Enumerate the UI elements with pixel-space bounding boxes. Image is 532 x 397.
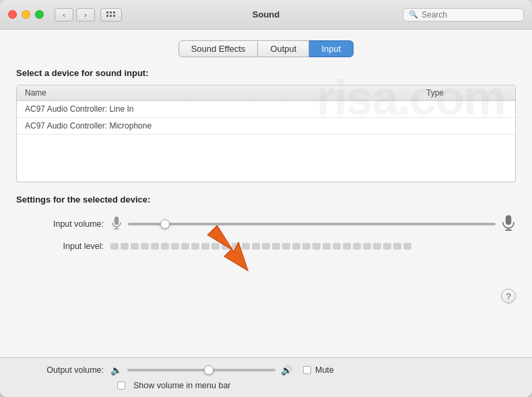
traffic-lights xyxy=(8,10,44,19)
device-name-1: AC97 Audio Controller: Line In xyxy=(25,104,426,114)
level-bar-14 xyxy=(242,243,250,250)
mic-high-icon xyxy=(501,214,516,233)
table-header: Name Type xyxy=(17,85,515,101)
search-bar[interactable]: 🔍 xyxy=(403,8,524,22)
output-volume-track[interactable] xyxy=(127,369,275,371)
tab-sound-effects[interactable]: Sound Effects xyxy=(178,40,259,57)
mute-section: Mute xyxy=(303,365,334,375)
level-bar-1 xyxy=(110,243,119,250)
device-type-2 xyxy=(426,121,507,131)
nav-buttons: ‹ › xyxy=(55,8,95,22)
level-bar-10 xyxy=(201,243,209,250)
device-type-1 xyxy=(426,104,507,114)
mute-checkbox[interactable] xyxy=(303,366,311,374)
level-bar-13 xyxy=(232,243,240,250)
tab-output[interactable]: Output xyxy=(258,40,309,57)
settings-label: Settings for the selected device: xyxy=(16,194,516,205)
content-area: risa.com Sound Effects Output Input Sele… xyxy=(0,30,532,357)
speaker-low-icon: 🔈 xyxy=(110,365,122,375)
level-bar-28 xyxy=(383,243,391,250)
level-bar-25 xyxy=(353,243,361,250)
level-bar-15 xyxy=(252,243,260,250)
input-level-label: Input level: xyxy=(16,242,104,251)
col-type-header: Type xyxy=(426,88,507,98)
table-row[interactable]: AC97 Audio Controller: Microphone xyxy=(17,118,515,135)
level-bar-27 xyxy=(373,243,381,250)
close-button[interactable] xyxy=(8,10,17,19)
level-bar-8 xyxy=(181,243,189,250)
main-window: ‹ › Sound 🔍 risa.com Sound Effects Outpu… xyxy=(0,0,532,397)
level-bar-12 xyxy=(222,243,230,250)
section-title: Select a device for sound input: xyxy=(16,68,516,78)
back-button[interactable]: ‹ xyxy=(55,8,73,22)
window-title: Sound xyxy=(253,9,279,20)
table-row[interactable]: AC97 Audio Controller: Line In xyxy=(17,101,515,118)
level-bar-20 xyxy=(302,243,310,250)
minimize-button[interactable] xyxy=(22,10,30,19)
level-bar-18 xyxy=(282,243,290,250)
search-input[interactable] xyxy=(422,10,516,20)
output-volume-label: Output volume: xyxy=(16,365,104,375)
input-volume-thumb[interactable] xyxy=(160,219,170,229)
tab-bar: Sound Effects Output Input xyxy=(16,40,516,57)
output-volume-thumb[interactable] xyxy=(204,365,213,375)
bottom-bar: Output volume: 🔈 🔊 Mute Show volume in m… xyxy=(0,357,532,397)
level-bar-24 xyxy=(343,243,351,250)
svg-rect-0 xyxy=(114,217,119,225)
input-volume-label: Input volume: xyxy=(16,219,104,229)
help-button[interactable]: ? xyxy=(501,289,516,303)
maximize-button[interactable] xyxy=(35,10,44,19)
level-bar-5 xyxy=(151,243,159,250)
level-bar-2 xyxy=(121,243,129,250)
forward-button[interactable]: › xyxy=(76,8,95,22)
output-slider-container: 🔈 🔊 Mute xyxy=(110,365,516,375)
speaker-high-icon: 🔊 xyxy=(281,365,292,375)
level-bar-26 xyxy=(363,243,371,250)
grid-button[interactable] xyxy=(100,8,122,22)
search-icon: 🔍 xyxy=(409,10,418,19)
menubar-checkbox[interactable] xyxy=(117,382,125,390)
svg-rect-3 xyxy=(506,215,511,225)
input-volume-row: Input volume: xyxy=(16,214,516,233)
level-bar-30 xyxy=(403,243,411,250)
titlebar: ‹ › Sound 🔍 xyxy=(0,0,532,30)
menubar-row: Show volume in menu bar xyxy=(16,381,516,390)
input-level-meter xyxy=(110,243,516,250)
level-bar-3 xyxy=(131,243,139,250)
level-bar-6 xyxy=(161,243,169,250)
level-bar-9 xyxy=(191,243,199,250)
mic-low-icon xyxy=(110,215,123,232)
menubar-label: Show volume in menu bar xyxy=(133,381,231,390)
device-name-2: AC97 Audio Controller: Microphone xyxy=(25,121,426,131)
level-bar-7 xyxy=(171,243,179,250)
level-bar-21 xyxy=(312,243,321,250)
col-name-header: Name xyxy=(25,88,426,98)
input-level-row: Input level: xyxy=(16,242,516,251)
level-bar-11 xyxy=(211,243,220,250)
level-bar-29 xyxy=(393,243,401,250)
level-bar-19 xyxy=(292,243,300,250)
table-empty-area xyxy=(17,135,515,182)
level-bar-23 xyxy=(333,243,341,250)
level-bar-16 xyxy=(262,243,270,250)
output-volume-row: Output volume: 🔈 🔊 Mute xyxy=(16,365,516,375)
level-bar-4 xyxy=(141,243,149,250)
tab-input[interactable]: Input xyxy=(309,40,354,57)
mute-label: Mute xyxy=(315,365,334,375)
level-bar-17 xyxy=(272,243,280,250)
input-volume-track[interactable] xyxy=(128,223,496,225)
device-table: Name Type AC97 Audio Controller: Line In… xyxy=(16,85,516,182)
level-bar-22 xyxy=(323,243,331,250)
input-volume-slider-container xyxy=(110,214,516,233)
